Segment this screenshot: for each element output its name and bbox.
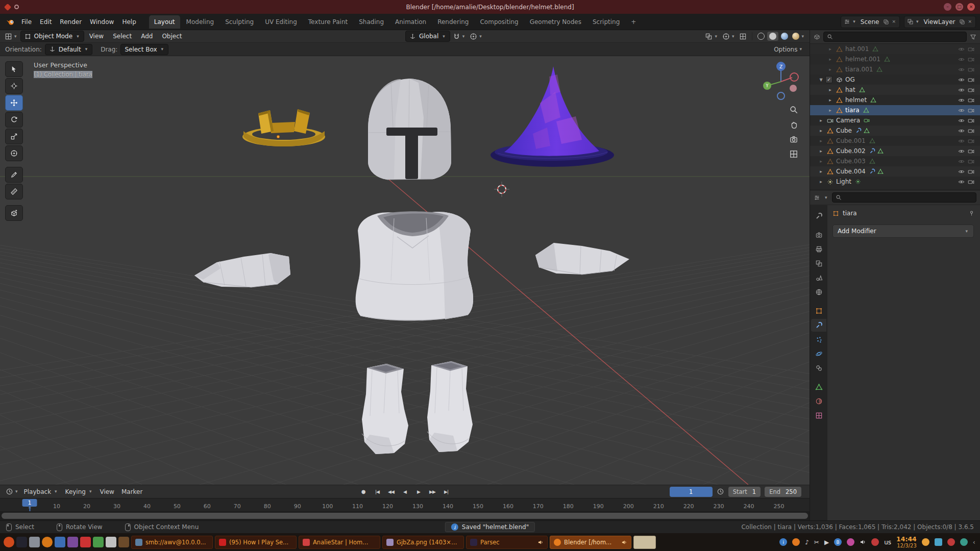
tab-constraints[interactable] xyxy=(811,362,826,374)
camera-view-icon[interactable] xyxy=(789,135,798,144)
expand-icon[interactable]: ▸ xyxy=(817,159,825,164)
tab-geometry-nodes[interactable]: Geometry Nodes xyxy=(525,15,586,29)
pan-hand-icon[interactable] xyxy=(789,120,798,129)
outliner-item-active[interactable]: ▸ tiara xyxy=(810,105,980,115)
disable-render-icon[interactable] xyxy=(966,77,976,83)
editor-type-button[interactable]: ▾ xyxy=(3,31,19,41)
chat-icon[interactable] xyxy=(93,537,104,547)
new-scene-icon[interactable] xyxy=(883,19,889,25)
properties-editor-icon[interactable] xyxy=(814,194,820,201)
frame-start-field[interactable]: Start1 xyxy=(728,487,761,497)
tab-modeling[interactable]: Modeling xyxy=(181,15,219,29)
hide-viewport-icon[interactable] xyxy=(957,56,966,63)
keyboard-layout-indicator[interactable]: us xyxy=(884,539,891,546)
boot-left-object[interactable] xyxy=(362,364,408,454)
disable-render-icon[interactable] xyxy=(966,179,976,185)
tool-rotate[interactable] xyxy=(5,112,23,128)
disable-render-icon[interactable] xyxy=(966,168,976,175)
hide-viewport-icon[interactable] xyxy=(957,179,966,185)
expand-icon[interactable]: ▸ xyxy=(817,179,825,184)
outliner-item[interactable]: ▸ Light xyxy=(810,177,980,187)
clock[interactable]: 14:44 12/3/23 xyxy=(896,536,917,549)
security-icon[interactable] xyxy=(947,538,955,546)
tool-add-cube[interactable] xyxy=(5,205,23,221)
expand-icon[interactable]: ▸ xyxy=(826,57,835,62)
tab-rendering[interactable]: Rendering xyxy=(432,15,474,29)
add-modifier-dropdown[interactable]: Add Modifier ▾ xyxy=(832,224,974,238)
disable-render-icon[interactable] xyxy=(966,56,976,63)
window-titlebar[interactable]: Blender [/home/amalie/Desktop/blender/he… xyxy=(0,0,980,14)
play-reverse-button[interactable]: ◀ xyxy=(398,487,411,497)
current-frame-field[interactable]: 1 xyxy=(670,487,713,497)
outliner-search-input[interactable] xyxy=(823,32,967,42)
outliner-item[interactable]: ▸ helmet xyxy=(810,95,980,105)
hide-viewport-icon[interactable] xyxy=(957,97,966,104)
outliner-collection-og[interactable]: ▼ ✓ OG xyxy=(810,74,980,85)
zoom-icon[interactable] xyxy=(789,105,798,114)
maximize-button[interactable]: □ xyxy=(955,3,963,11)
tool-transform[interactable] xyxy=(5,145,23,161)
menu-file[interactable]: File xyxy=(17,16,36,28)
tab-render[interactable] xyxy=(811,229,826,241)
auto-key-button[interactable]: ● xyxy=(357,487,370,497)
taskbar-window-parsec[interactable]: Parsec xyxy=(466,536,548,549)
scrollbar-handle[interactable] xyxy=(2,513,808,519)
disable-render-icon[interactable] xyxy=(966,66,976,73)
shading-wireframe-button[interactable] xyxy=(756,31,766,41)
hide-viewport-icon[interactable] xyxy=(957,107,966,114)
tab-view-layer[interactable] xyxy=(811,257,826,270)
recorder-icon[interactable] xyxy=(80,537,91,547)
outliner-item[interactable]: ▸ tiara.001 xyxy=(810,64,980,74)
expand-icon[interactable]: ▸ xyxy=(817,169,825,174)
mail-icon[interactable] xyxy=(55,537,65,547)
disable-render-icon[interactable] xyxy=(966,148,976,155)
taskbar-window-analiestar[interactable]: AnalieStar | Hom... xyxy=(299,536,380,549)
hide-viewport-icon[interactable] xyxy=(957,138,966,144)
jump-to-end-button[interactable]: ▶| xyxy=(439,487,453,497)
timeline-ruler[interactable]: 1102030405060708090100110120130140150160… xyxy=(0,498,810,512)
timeline-editor-type-button[interactable]: ▾ xyxy=(4,487,20,497)
hide-viewport-icon[interactable] xyxy=(957,87,966,93)
expand-icon[interactable]: ▸ xyxy=(817,138,825,143)
hide-viewport-icon[interactable] xyxy=(957,117,966,124)
tab-physics[interactable] xyxy=(811,347,826,360)
taskbar-window-blender[interactable]: Blender [/hom... xyxy=(550,536,631,549)
disable-render-icon[interactable] xyxy=(966,138,976,144)
outliner-item[interactable]: ▸ Cube.004 xyxy=(810,166,980,177)
tab-object-data[interactable] xyxy=(811,381,826,393)
expand-icon[interactable]: ▸ xyxy=(826,87,835,92)
menu-render[interactable]: Render xyxy=(56,16,86,28)
monitor-icon[interactable] xyxy=(935,538,942,546)
helmet-object[interactable] xyxy=(368,79,451,180)
show-gizmo-dropdown[interactable]: ▾ xyxy=(703,31,720,41)
taskbar-window-blank[interactable] xyxy=(633,536,656,549)
tab-layout[interactable]: Layout xyxy=(149,15,180,29)
tab-compositing[interactable]: Compositing xyxy=(475,15,523,29)
tool-scale[interactable] xyxy=(5,129,23,144)
tab-scene[interactable] xyxy=(811,271,826,284)
viewlayer-selector[interactable]: ▾ ViewLayer × xyxy=(904,16,976,28)
hide-viewport-icon[interactable] xyxy=(957,77,966,83)
scene-selector[interactable]: ▾ Scene × xyxy=(841,16,900,28)
show-overlays-dropdown[interactable]: ▾ xyxy=(721,31,737,41)
tab-world[interactable] xyxy=(811,286,826,298)
disable-render-icon[interactable] xyxy=(966,158,976,165)
menu-object[interactable]: Object xyxy=(158,31,186,41)
snap-toggle[interactable]: ▾ xyxy=(451,31,468,41)
disable-render-icon[interactable] xyxy=(966,46,976,53)
notifications-icon[interactable] xyxy=(922,538,929,546)
outliner-item[interactable]: ▸ hat.001 xyxy=(810,44,980,54)
menu-window[interactable]: Window xyxy=(86,16,118,28)
tab-material[interactable] xyxy=(811,395,826,408)
disable-render-icon[interactable] xyxy=(966,128,976,134)
ortho-toggle-icon[interactable] xyxy=(789,149,798,159)
hide-viewport-icon[interactable] xyxy=(957,66,966,73)
tool-annotate[interactable] xyxy=(5,167,23,183)
viewport-3d[interactable]: User Perspective (1) Collection | tiara xyxy=(0,56,810,485)
tab-sculpting[interactable]: Sculpting xyxy=(220,15,259,29)
collection-checkbox[interactable]: ✓ xyxy=(825,76,832,83)
shading-solid-button[interactable] xyxy=(767,32,778,41)
mode-dropdown[interactable]: Object Mode ▾ xyxy=(20,31,84,42)
prev-keyframe-button[interactable]: ◀◀ xyxy=(384,487,398,497)
remove-viewlayer-icon[interactable]: × xyxy=(968,19,972,24)
